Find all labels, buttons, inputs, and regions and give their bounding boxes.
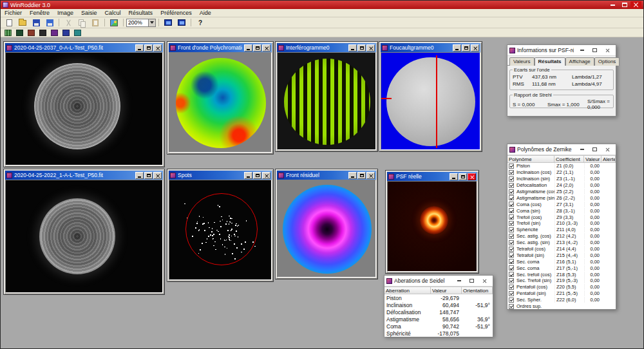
- zernike-row[interactable]: Sec. coma Z17 (5,-1) 0,00: [507, 265, 616, 271]
- column-header[interactable]: Valeur: [584, 155, 601, 163]
- window-titlebar[interactable]: 2020-04-25-2037_0-A-L-Test_P50.fit: [5, 43, 163, 52]
- zernike-row[interactable]: Ordres sup.: [507, 303, 616, 310]
- zernike-row[interactable]: Défocalisation Z4 (2,0) 0,00: [507, 182, 616, 189]
- zernike-row[interactable]: Sec. Spher. Z22 (6,0) 0,00: [507, 297, 616, 303]
- maximize-button[interactable]: [589, 145, 601, 154]
- zernike-row[interactable]: Trefoil (cos) Z9 (3,3) 0,00: [507, 214, 616, 220]
- minimize-button[interactable]: [576, 46, 588, 55]
- zernike-row[interactable]: Sec. coma Z16 (5,1) 0,00: [507, 258, 616, 265]
- view-toggle-button-1[interactable]: [3, 29, 14, 37]
- window-titlebar[interactable]: 2020-04-25-2022_1-A-L-Test_P50.fit: [5, 171, 163, 180]
- view-toggle-button-3[interactable]: [26, 29, 37, 37]
- menu-item[interactable]: Préférences: [156, 9, 196, 17]
- window-titlebar[interactable]: Polynômes de Zernike: [507, 144, 616, 155]
- zernike-row[interactable]: Sec. astig. (cos) Z12 (4,2) 0,00: [507, 233, 616, 240]
- cascade-windows-button[interactable]: [162, 18, 175, 28]
- zernike-row[interactable]: Pentafoil (sin) Z21 (5,-5) 0,00: [507, 290, 616, 297]
- checkbox-checked[interactable]: [509, 170, 514, 175]
- close-button[interactable]: [366, 172, 375, 179]
- info-tab[interactable]: Résultats: [535, 57, 565, 66]
- minimize-button[interactable]: [244, 172, 252, 179]
- maximize-button[interactable]: [462, 44, 470, 52]
- menu-item[interactable]: Saisie: [77, 9, 101, 17]
- minimize-button[interactable]: [453, 44, 461, 52]
- zernike-row[interactable]: Sec. astig. (sin) Z13 (4,-2) 0,00: [507, 240, 616, 246]
- maximize-button[interactable]: [459, 173, 467, 180]
- view-toggle-button-5[interactable]: [49, 29, 60, 37]
- checkbox-checked[interactable]: [509, 285, 514, 290]
- checkbox-checked[interactable]: [509, 234, 514, 239]
- close-button[interactable]: [262, 44, 270, 52]
- checkbox-checked[interactable]: [509, 240, 514, 245]
- minimize-button[interactable]: [348, 172, 357, 179]
- zernike-row[interactable]: Coma (sin) Z8 (3,-1) 0,00: [507, 207, 616, 214]
- checkbox-checked[interactable]: [509, 195, 514, 200]
- maximize-button[interactable]: [589, 46, 601, 55]
- checkbox-checked[interactable]: [509, 208, 514, 213]
- minimize-button[interactable]: [135, 44, 144, 52]
- window-titlebar[interactable]: Foucaultgramme0: [381, 43, 480, 52]
- close-button[interactable]: [478, 276, 491, 285]
- menu-item[interactable]: Fichier: [1, 9, 26, 17]
- checkbox-checked[interactable]: [509, 164, 514, 169]
- table-row[interactable]: Piston -29,679: [384, 294, 493, 301]
- save-button[interactable]: [30, 18, 43, 28]
- checkbox-checked[interactable]: [509, 221, 514, 226]
- minimize-button[interactable]: [348, 44, 357, 52]
- close-button[interactable]: [262, 172, 270, 179]
- zernike-row[interactable]: Tetrafoil (cos) Z14 (4,4) 0,00: [507, 246, 616, 252]
- new-file-button[interactable]: [3, 18, 15, 28]
- chevron-down-icon[interactable]: [148, 19, 155, 26]
- zernike-row[interactable]: Piston Z1 (0,0) 0,00: [507, 163, 616, 169]
- maximize-button[interactable]: [466, 276, 478, 285]
- checkbox-checked[interactable]: [509, 272, 514, 277]
- window-titlebar[interactable]: Front résiduel: [277, 171, 376, 180]
- maximize-button[interactable]: [357, 172, 366, 179]
- checkbox-checked[interactable]: [509, 278, 514, 283]
- view-toggle-button-4[interactable]: [37, 29, 48, 37]
- checkbox-checked[interactable]: [509, 265, 514, 270]
- close-button[interactable]: [601, 46, 614, 55]
- zernike-row[interactable]: Astigmatisme (sin) Z6 (2,-2) 0,00: [507, 194, 616, 201]
- save-all-button[interactable]: [43, 18, 56, 28]
- maximize-button[interactable]: [253, 44, 261, 52]
- menu-item[interactable]: Fenêtre: [26, 9, 53, 17]
- close-button[interactable]: [153, 44, 162, 52]
- maximize-button[interactable]: [619, 1, 630, 8]
- minimize-button[interactable]: [135, 172, 144, 179]
- column-header[interactable]: Aberration: [384, 287, 431, 294]
- info-tab[interactable]: Affichage: [565, 57, 594, 66]
- column-header[interactable]: Valeur: [431, 287, 462, 294]
- checkbox-checked[interactable]: [509, 252, 514, 258]
- table-row[interactable]: Défocalisation 148,747: [384, 308, 493, 316]
- view-toggle-button-6[interactable]: [61, 29, 71, 37]
- menu-item[interactable]: Image: [53, 9, 77, 17]
- close-button[interactable]: [468, 173, 476, 180]
- zernike-row[interactable]: Sphéricité Z11 (4,0) 0,00: [507, 227, 616, 233]
- checkbox-checked[interactable]: [509, 183, 514, 188]
- tile-windows-button[interactable]: [175, 18, 188, 28]
- zernike-row[interactable]: Sec. Trefoil (sin) Z19 (5,-3) 0,00: [507, 278, 616, 284]
- paste-button[interactable]: [89, 18, 102, 28]
- minimize-button[interactable]: [453, 276, 465, 285]
- close-button[interactable]: [601, 145, 614, 154]
- window-titlebar[interactable]: PSF réelle: [387, 172, 477, 181]
- table-row[interactable]: Coma 90,742 -51,9°: [384, 323, 493, 330]
- zernike-row[interactable]: Inclinaison (sin) Z3 (1,-1) 0,00: [507, 176, 616, 182]
- table-row[interactable]: Sphéricité -178,075: [384, 330, 493, 337]
- maximize-button[interactable]: [253, 172, 261, 179]
- zernike-row[interactable]: Coma (cos) Z7 (3,1) 0,00: [507, 201, 616, 207]
- info-tab[interactable]: Valeurs: [509, 57, 535, 66]
- minimize-button[interactable]: [244, 44, 252, 52]
- zoom-select[interactable]: 200%: [126, 19, 156, 27]
- help-button[interactable]: ?: [194, 18, 207, 28]
- maximize-button[interactable]: [144, 44, 153, 52]
- table-row[interactable]: Astigmatisme 58,656 36,9°: [384, 316, 493, 323]
- image-display-button[interactable]: [108, 18, 120, 28]
- window-titlebar[interactable]: Informations sur PSF-réelle Po...: [507, 45, 616, 56]
- close-button[interactable]: [471, 44, 479, 52]
- column-header[interactable]: Polynôme: [507, 155, 554, 163]
- cut-button[interactable]: [62, 18, 75, 28]
- minimize-button[interactable]: [576, 145, 588, 154]
- app-titlebar[interactable]: WinRoddier 3.0: [1, 1, 643, 9]
